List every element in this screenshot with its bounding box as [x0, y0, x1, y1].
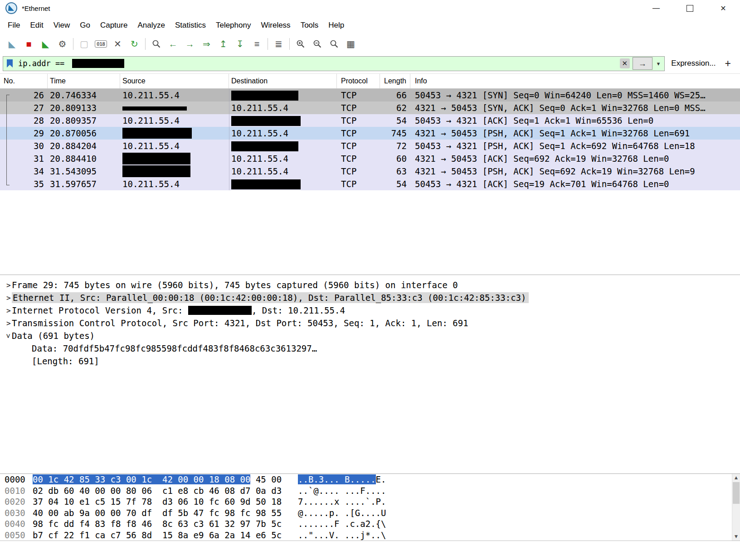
detail-data-value[interactable]: Data: 70dfdf5b47fc98fc985598fcddf483f8f8… [0, 342, 740, 355]
packet-row[interactable]: 35 31.597657 10.211.55.4 TCP 54 50453 → … [0, 178, 740, 190]
menu-view[interactable]: View [49, 19, 75, 32]
col-no: 27 [0, 103, 48, 113]
save-file-icon[interactable]: 018 [92, 37, 109, 51]
hex-row[interactable]: 0030 40 00 ab 9a 00 00 70 df df 5b 47 fc… [0, 507, 740, 519]
open-file-icon[interactable]: ▢ [76, 37, 92, 51]
packet-rows: 26 20.746334 10.211.55.4 TCP 66 50453 → … [0, 89, 740, 190]
header-length[interactable]: Length [380, 74, 410, 88]
scroll-down-icon[interactable]: ▼ [732, 533, 740, 541]
col-no: 35 [0, 179, 48, 189]
detail-data[interactable]: > Data (691 bytes) [0, 329, 740, 342]
expander-open-icon[interactable]: > [0, 332, 12, 340]
menu-telephony[interactable]: Telephony [211, 19, 256, 32]
menu-capture[interactable]: Capture [95, 19, 132, 32]
filter-apply-icon[interactable]: → [633, 57, 652, 70]
detail-data-length[interactable]: [Length: 691] [0, 355, 740, 367]
expander-icon[interactable]: > [0, 306, 12, 315]
redacted-destination [231, 179, 301, 189]
scrollbar-thumb[interactable] [733, 482, 740, 504]
packet-row[interactable]: 34 31.543095 10.211.55.4 TCP 63 4321 → 5… [0, 165, 740, 178]
maximize-button[interactable] [673, 0, 706, 16]
zoom-reset-icon[interactable] [326, 37, 342, 51]
detail-tcp[interactable]: > Transmission Control Protocol, Src Por… [0, 317, 740, 329]
menu-wireless[interactable]: Wireless [256, 19, 295, 32]
zoom-in-icon[interactable] [292, 37, 309, 51]
hex-row[interactable]: 0020 37 04 10 e1 c5 15 7f 78 d3 06 10 fc… [0, 496, 740, 507]
hex-row[interactable]: 0050 b7 cf 22 f1 ca c7 56 8d 15 8a e9 6a… [0, 530, 740, 541]
hex-ascii: .......F .c.a2.{\ [298, 518, 386, 530]
main-toolbar: ◣ ■ ◣ ⚙ ▢ 018 ✕ ↻ ← → ⇒ ↥ ↧ ≡ ≣ ▦ [0, 34, 740, 53]
reload-icon[interactable]: ↻ [126, 37, 143, 51]
col-time: 20.746334 [48, 90, 120, 100]
find-packet-icon[interactable] [148, 37, 165, 51]
zoom-out-icon[interactable] [309, 37, 326, 51]
col-protocol: TCP [337, 103, 380, 113]
header-destination[interactable]: Destination [229, 74, 337, 88]
detail-frame[interactable]: > Frame 29: 745 bytes on wire (5960 bits… [0, 279, 740, 291]
go-to-packet-icon[interactable]: ⇒ [198, 37, 215, 51]
filter-input[interactable]: ip.addr == ✕ → ▾ [3, 56, 665, 71]
col-no: 28 [0, 116, 48, 126]
menu-file[interactable]: File [3, 19, 25, 32]
packet-row[interactable]: 27 20.809133 10.211.55.4 TCP 62 4321 → 5… [0, 101, 740, 114]
bookmark-icon[interactable] [7, 59, 13, 68]
add-filter-button[interactable]: + [722, 58, 736, 70]
filter-clear-icon[interactable]: ✕ [620, 58, 630, 68]
resize-columns-icon[interactable]: ▦ [342, 37, 359, 51]
go-forward-icon[interactable]: → [181, 37, 198, 51]
header-source[interactable]: Source [120, 74, 229, 88]
scroll-up-icon[interactable]: ▲ [732, 474, 740, 482]
menu-statistics[interactable]: Statistics [170, 19, 211, 32]
menu-go[interactable]: Go [75, 19, 95, 32]
colorize-icon[interactable]: ≣ [270, 37, 287, 51]
header-info[interactable]: Info [410, 74, 740, 88]
hex-row[interactable]: 0010 02 db 60 40 00 00 80 06 c1 e8 cb 46… [0, 485, 740, 497]
detail-ip[interactable]: > Internet Protocol Version 4, Src: , Ds… [0, 304, 740, 317]
col-source: 10.211.55.4 [120, 141, 229, 151]
col-info: 50453 → 4321 [ACK] Seq=19 Ack=701 Win=64… [410, 179, 740, 189]
expander-icon[interactable]: > [0, 294, 12, 302]
packet-row[interactable]: 28 20.809357 10.211.55.4 TCP 54 50453 → … [0, 114, 740, 127]
menu-edit[interactable]: Edit [25, 19, 48, 32]
hex-row[interactable]: 0000 00 1c 42 85 33 c3 00 1c 42 00 00 18… [0, 474, 740, 485]
packet-row[interactable]: 26 20.746334 10.211.55.4 TCP 66 50453 → … [0, 89, 740, 101]
hex-dump-pane: 0000 00 1c 42 85 33 c3 00 1c 42 00 00 18… [0, 473, 740, 541]
filter-dropdown-icon[interactable]: ▾ [655, 60, 662, 67]
expander-icon[interactable]: > [0, 281, 12, 290]
go-last-packet-icon[interactable]: ↧ [232, 37, 248, 51]
redacted-destination [231, 141, 298, 151]
hex-row[interactable]: 0040 98 fc dd f4 83 f8 f8 46 8c 63 c3 61… [0, 518, 740, 530]
start-capture-icon[interactable]: ◣ [4, 37, 20, 51]
capture-options-icon[interactable]: ⚙ [54, 37, 71, 51]
detail-ethernet[interactable]: > Ethernet II, Src: Parallel_00:00:18 (0… [0, 291, 740, 304]
menu-bar: File Edit View Go Capture Analyze Statis… [0, 16, 740, 34]
menu-help[interactable]: Help [323, 19, 349, 32]
close-button[interactable]: ✕ [706, 0, 740, 16]
stop-capture-icon[interactable]: ■ [20, 37, 37, 51]
col-time: 20.809357 [48, 116, 120, 126]
auto-scroll-icon[interactable]: ≡ [248, 37, 265, 51]
header-no[interactable]: No. [0, 74, 48, 88]
minimize-button[interactable]: — [639, 0, 673, 16]
col-destination: 10.211.55.4 [229, 103, 337, 113]
go-first-packet-icon[interactable]: ↥ [215, 37, 232, 51]
pane-splitter[interactable] [0, 275, 740, 278]
header-protocol[interactable]: Protocol [337, 74, 380, 88]
packet-row[interactable]: 30 20.884204 10.211.55.4 TCP 72 50453 → … [0, 140, 740, 152]
menu-analyze[interactable]: Analyze [132, 19, 170, 32]
expander-icon[interactable]: > [0, 319, 12, 328]
packet-row[interactable]: 31 20.884410 10.211.55.4 TCP 60 4321 → 5… [0, 152, 740, 165]
packet-row-selected[interactable]: 29 20.870056 10.211.55.4 TCP 745 4321 → … [0, 127, 740, 140]
menu-tools[interactable]: Tools [296, 19, 324, 32]
filter-bar: ip.addr == ✕ → ▾ Expression... + [0, 53, 740, 73]
wireshark-window: *Ethernet — ✕ File Edit View Go Capture … [0, 0, 740, 560]
expression-button[interactable]: Expression... [669, 59, 717, 68]
header-time[interactable]: Time [48, 74, 120, 88]
redacted-source [122, 128, 192, 139]
go-back-icon[interactable]: ← [165, 37, 181, 51]
close-file-icon[interactable]: ✕ [109, 37, 126, 51]
hex-ascii: ..`@.... ...F.... [298, 485, 386, 497]
col-info: 50453 → 4321 [PSH, ACK] Seq=1 Ack=692 Wi… [410, 141, 740, 151]
hex-scrollbar[interactable]: ▲ ▼ [732, 474, 740, 541]
restart-capture-icon[interactable]: ◣ [37, 37, 54, 51]
